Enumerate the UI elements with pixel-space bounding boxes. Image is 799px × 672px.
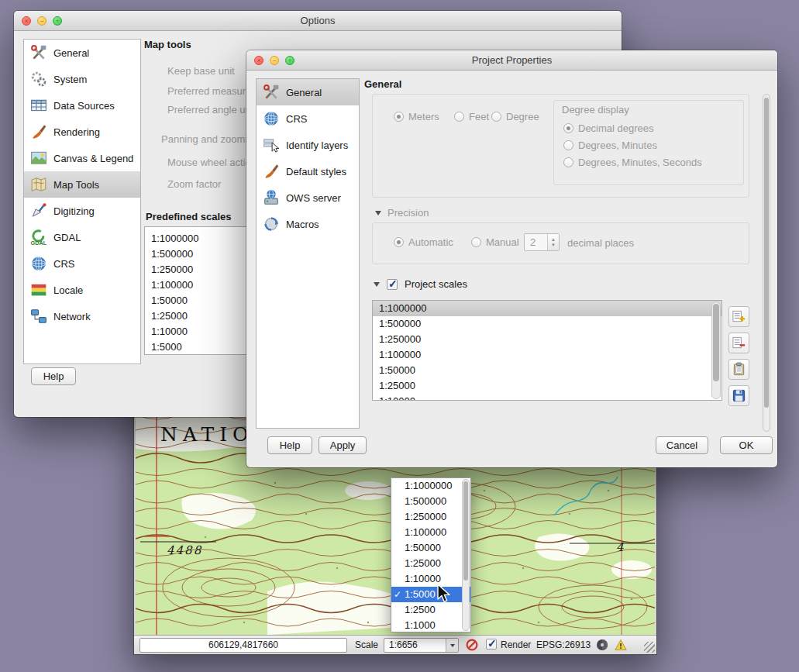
project-scales-checkbox[interactable] [387, 279, 398, 290]
clipboard-icon [732, 362, 746, 377]
mouse-cursor [436, 584, 452, 604]
popup-scrollbar[interactable] [462, 479, 470, 631]
radio-label: Degrees, Minutes [578, 140, 657, 151]
apply-button[interactable]: Apply [319, 436, 367, 454]
dialog-scrollbar[interactable] [763, 94, 770, 432]
zoom-factor-label: Zoom factor [167, 178, 221, 190]
project-scales-header: Project scales [374, 278, 467, 290]
list-scrollbar[interactable] [711, 302, 721, 399]
gdal-icon: GDAL [30, 229, 47, 246]
message-log-warning-icon[interactable] [615, 639, 627, 651]
remove-scale-icon [732, 336, 746, 350]
sidebar-item-general[interactable]: General [24, 40, 140, 66]
sidebar-item-macros[interactable]: Macros [257, 211, 359, 237]
project-properties-window: × − + Project Properties General CRS Ide… [246, 50, 777, 467]
radio-label: Decimal degrees [578, 122, 654, 134]
sidebar-item-canvas-legend[interactable]: Canvas & Legend [24, 145, 140, 171]
server-globe-icon [263, 189, 280, 206]
dropdown-item[interactable]: 1:1000000 [391, 478, 470, 494]
sidebar-item-network[interactable]: Network [24, 303, 140, 329]
scale-label: Scale [355, 639, 378, 650]
units-feet-radio[interactable]: Feet [454, 111, 489, 122]
sidebar-item-crs[interactable]: CRS [257, 105, 359, 132]
scale-list-item[interactable]: 1:250000 [373, 332, 722, 347]
stop-render-icon[interactable] [466, 639, 478, 651]
sidebar-item-gdal[interactable]: GDAL GDAL [24, 224, 140, 250]
scale-list-item[interactable]: 1:50000 [373, 363, 722, 378]
precision-automatic-radio[interactable]: Automatic [394, 236, 453, 248]
precision-header[interactable]: Precision [375, 207, 429, 219]
sidebar-item-digitizing[interactable]: Digitizing [24, 198, 140, 224]
coordinate-display[interactable]: 606129,4817660 [139, 638, 347, 653]
minimize-icon[interactable]: − [270, 56, 279, 65]
units-meters-radio[interactable]: Meters [394, 111, 439, 122]
minimize-icon[interactable]: − [37, 16, 46, 26]
crs-status-icon[interactable] [596, 639, 608, 651]
sidebar-item-general[interactable]: General [257, 79, 359, 105]
map-tools-section-title: Map tools [144, 39, 191, 50]
sidebar-item-label: Rendering [53, 126, 100, 138]
options-sidebar: General System Data Sources Rendering Ca… [23, 39, 141, 364]
zoom-window-icon[interactable]: + [53, 16, 62, 26]
help-button[interactable]: Help [31, 367, 76, 385]
save-scales-button[interactable] [728, 385, 749, 406]
sidebar-item-data-sources[interactable]: Data Sources [24, 92, 140, 119]
dropdown-item[interactable]: 1:100000 [391, 525, 470, 540]
dropdown-item[interactable]: 1:10000 [391, 571, 470, 587]
spinner-value: 2 [525, 234, 547, 250]
sidebar-item-default-styles[interactable]: Default styles [257, 158, 359, 184]
zoom-window-icon[interactable]: + [285, 56, 294, 65]
radio-label: Degrees, Minutes, Seconds [578, 157, 702, 168]
dropdown-item[interactable]: 1:25000 [391, 556, 470, 571]
scale-combobox[interactable]: 1:6656 [384, 638, 459, 653]
resize-grip[interactable] [644, 642, 655, 653]
scale-list-item[interactable]: 1:1000000 [373, 301, 722, 316]
dropdown-item[interactable]: 1:1000 [391, 618, 470, 632]
scale-list-item[interactable]: 1:25000 [373, 378, 722, 394]
sidebar-item-crs[interactable]: CRS [24, 250, 140, 277]
sidebar-item-system[interactable]: System [24, 66, 140, 92]
ok-button[interactable]: OK [720, 436, 773, 454]
sidebar-item-locale[interactable]: Locale [24, 277, 140, 303]
spinner-arrows-icon[interactable]: ▲▼ [547, 234, 559, 250]
sidebar-item-rendering[interactable]: Rendering [24, 119, 140, 145]
remove-scale-button[interactable] [728, 333, 749, 353]
sidebar-item-identify-layers[interactable]: Identify layers [257, 132, 359, 158]
scale-list-item[interactable]: 1:100000 [373, 347, 722, 363]
import-scales-button[interactable] [728, 359, 749, 380]
help-button[interactable]: Help [267, 436, 312, 454]
units-degree-radio[interactable]: Degree [491, 111, 539, 122]
sidebar-item-ows-server[interactable]: OWS server [257, 184, 359, 211]
add-scale-button[interactable] [728, 306, 749, 327]
dropdown-item[interactable]: 1:250000 [391, 509, 470, 525]
dropdown-item-selected[interactable]: ✓ 1:5000 [391, 587, 470, 602]
project-properties-titlebar[interactable]: × − + Project Properties [246, 50, 777, 71]
network-icon [30, 308, 47, 325]
dropdown-item[interactable]: 1:50000 [391, 540, 470, 556]
close-icon[interactable]: × [254, 56, 263, 65]
scale-list-item[interactable]: 1:500000 [373, 316, 722, 332]
macros-icon [263, 215, 280, 233]
collapse-arrow-icon[interactable] [375, 211, 381, 215]
dropdown-item[interactable]: 1:500000 [391, 494, 470, 509]
sidebar-item-map-tools[interactable]: Map Tools [24, 171, 140, 198]
scale-list-item[interactable]: 1:10000 [373, 394, 722, 401]
precision-title: Precision [387, 207, 429, 219]
options-titlebar[interactable]: × − + Options [14, 11, 622, 31]
project-scales-list[interactable]: 1:1000000 1:500000 1:250000 1:100000 1:5… [372, 300, 722, 401]
identify-cursor-icon [263, 136, 280, 153]
chevron-down-icon[interactable] [446, 639, 458, 652]
radio-label: Automatic [408, 236, 453, 248]
window-title: Project Properties [472, 54, 552, 66]
sidebar-item-label: System [53, 74, 87, 85]
precision-manual-radio[interactable]: Manual [471, 236, 519, 248]
decimal-places-spinner[interactable]: 2 ▲▼ [524, 233, 560, 251]
table-icon [30, 97, 47, 114]
predefined-scales-title: Predefined scales [146, 211, 232, 222]
collapse-arrow-icon[interactable] [374, 282, 380, 287]
dropdown-item[interactable]: 1:2500 [391, 602, 470, 618]
cancel-button[interactable]: Cancel [656, 436, 708, 454]
render-checkbox[interactable] [486, 639, 497, 650]
sidebar-item-label: Canvas & Legend [53, 153, 133, 164]
close-icon[interactable]: × [22, 16, 31, 26]
